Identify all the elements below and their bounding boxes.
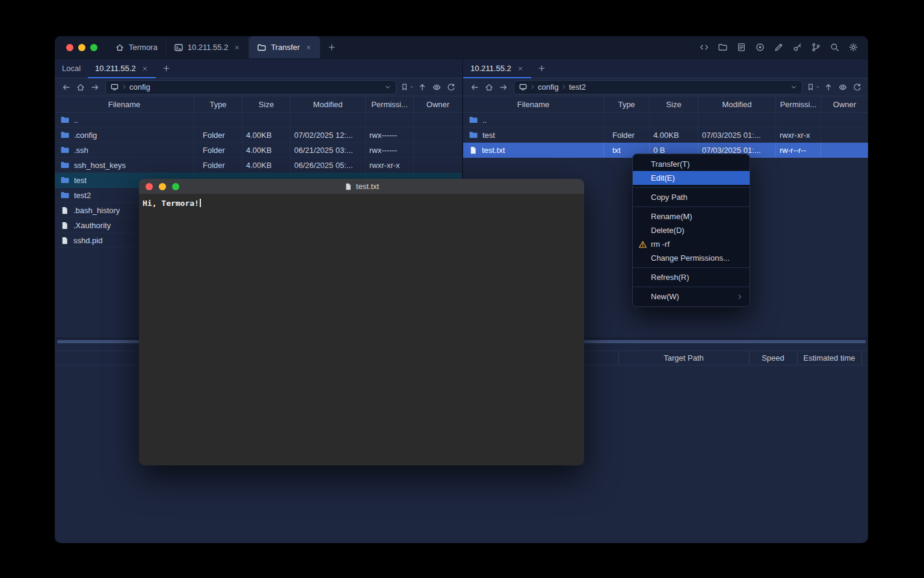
close-icon[interactable] — [233, 44, 241, 51]
table-row[interactable]: .ssh Folder 4.00KB 06/21/2025 03:... rwx… — [55, 143, 462, 158]
minimize-button[interactable] — [78, 44, 85, 51]
column-header[interactable]: Filename — [55, 96, 194, 112]
menu-item-copy-path[interactable]: Copy Path — [633, 190, 750, 204]
table-row[interactable]: ssh_host_keys Folder 4.00KB 06/26/2025 0… — [55, 158, 462, 173]
up-directory-button[interactable] — [821, 80, 835, 95]
column-header[interactable]: Filename — [463, 96, 604, 112]
desktop: Termora 10.211.55.2 Transfer — [0, 0, 924, 578]
column-header[interactable]: Permissi... — [776, 96, 821, 112]
home-button[interactable] — [73, 80, 87, 95]
right-path-field[interactable]: config test2 — [514, 80, 802, 95]
column-header[interactable]: Speed — [749, 351, 797, 365]
titlebar: Termora 10.211.55.2 Transfer — [55, 36, 868, 59]
folder-icon — [469, 115, 478, 125]
chevron-down-icon[interactable] — [384, 83, 392, 91]
menu-item-change-permissions[interactable]: Change Permissions... — [633, 251, 750, 265]
search-icon[interactable] — [828, 41, 841, 54]
refresh-button[interactable] — [444, 80, 458, 95]
column-header[interactable]: Owner — [821, 96, 868, 112]
branch-icon[interactable] — [809, 41, 822, 54]
left-path-field[interactable]: config — [105, 80, 396, 95]
column-header[interactable]: Modified — [698, 96, 776, 112]
key-icon[interactable] — [790, 41, 804, 54]
tab-remote-host[interactable]: 10.211.55.2 — [88, 59, 156, 78]
back-button[interactable] — [59, 80, 73, 95]
file-icon — [60, 206, 69, 215]
record-icon[interactable] — [753, 41, 766, 54]
window-controls — [55, 36, 107, 58]
table-row[interactable]: .. — [55, 113, 462, 128]
file-name: test — [74, 176, 87, 185]
file-icon — [469, 146, 478, 155]
tab-termora[interactable]: Termora — [107, 36, 166, 58]
tab-transfer[interactable]: Transfer — [249, 36, 320, 58]
chevron-down-icon[interactable] — [790, 83, 798, 91]
minimize-button[interactable] — [159, 183, 166, 190]
settings-icon[interactable] — [846, 41, 860, 54]
path-segment[interactable]: config — [538, 82, 559, 92]
menu-separator — [633, 207, 750, 207]
context-menu: Transfer(T) Edit(E) Copy Path Rename(M) … — [632, 154, 750, 307]
forward-button[interactable] — [496, 80, 510, 95]
folder-icon[interactable] — [716, 41, 729, 54]
column-header[interactable]: Permissi... — [366, 96, 414, 112]
tab-host[interactable]: 10.211.55.2 — [166, 36, 250, 58]
close-button[interactable] — [146, 183, 153, 190]
up-directory-button[interactable] — [415, 80, 429, 95]
column-header[interactable]: Type — [604, 96, 650, 112]
table-row[interactable]: test Folder 4.00KB 07/03/2025 01:... rwx… — [463, 128, 868, 143]
editor-titlebar[interactable]: test.txt — [139, 179, 584, 194]
menu-item-rename[interactable]: Rename(M) — [633, 210, 750, 223]
new-tab-button[interactable] — [320, 36, 343, 58]
tab-label: Termora — [129, 43, 158, 52]
close-icon[interactable] — [305, 44, 312, 51]
column-header[interactable]: Owner — [414, 96, 462, 112]
column-header[interactable]: Target Path — [618, 351, 749, 365]
column-header[interactable]: Modified — [291, 96, 366, 112]
menu-item-new[interactable]: New(W) — [633, 290, 750, 303]
zoom-button[interactable] — [90, 44, 97, 51]
zoom-button[interactable] — [172, 183, 179, 190]
code-icon[interactable] — [697, 41, 710, 54]
menu-item-edit[interactable]: Edit(E) — [633, 171, 750, 185]
menu-item-rm-rf[interactable]: rm -rf — [633, 237, 750, 251]
file-name: .bash_history — [73, 206, 120, 215]
log-file-icon[interactable] — [735, 41, 748, 54]
pencil-icon[interactable] — [772, 41, 785, 54]
file-name: test.txt — [482, 146, 505, 155]
menu-item-delete[interactable]: Delete(D) — [633, 223, 750, 237]
show-hidden-button[interactable] — [430, 80, 443, 95]
column-header[interactable]: Type — [194, 96, 242, 112]
back-button[interactable] — [467, 80, 481, 95]
file-modified: 07/02/2025 12:... — [291, 128, 366, 142]
column-header[interactable]: Size — [242, 96, 291, 112]
close-button[interactable] — [66, 44, 73, 51]
path-segment[interactable]: test2 — [569, 82, 586, 92]
menu-item-refresh[interactable]: Refresh(R) — [633, 270, 750, 284]
new-pane-tab-button[interactable] — [531, 59, 552, 78]
menu-item-label: rm -rf — [651, 240, 670, 249]
bookmark-button[interactable] — [400, 82, 414, 92]
tab-remote-host[interactable]: 10.211.55.2 — [463, 59, 531, 78]
table-row[interactable]: .config Folder 4.00KB 07/02/2025 12:... … — [55, 128, 462, 143]
bookmark-button[interactable] — [806, 82, 821, 92]
column-header[interactable]: Size — [650, 96, 698, 112]
editor-window: test.txt Hi, Termora! — [139, 179, 584, 465]
show-hidden-button[interactable] — [836, 80, 849, 95]
menu-separator — [633, 287, 750, 287]
file-permissions: rwx------ — [366, 143, 414, 157]
refresh-button[interactable] — [850, 80, 864, 95]
path-segment[interactable]: config — [129, 82, 150, 92]
home-button[interactable] — [482, 80, 496, 95]
tab-local[interactable]: Local — [55, 59, 88, 78]
column-header[interactable]: Estimated time — [797, 351, 861, 365]
forward-button[interactable] — [88, 80, 102, 95]
editor-content[interactable]: Hi, Termora! — [139, 194, 584, 465]
file-type: Folder — [604, 128, 650, 142]
new-pane-tab-button[interactable] — [156, 59, 177, 78]
table-row[interactable]: .. — [463, 113, 868, 128]
menu-item-transfer[interactable]: Transfer(T) — [633, 157, 750, 171]
close-icon[interactable] — [141, 65, 149, 72]
tab-label: 10.211.55.2 — [470, 64, 511, 73]
close-icon[interactable] — [517, 65, 524, 72]
